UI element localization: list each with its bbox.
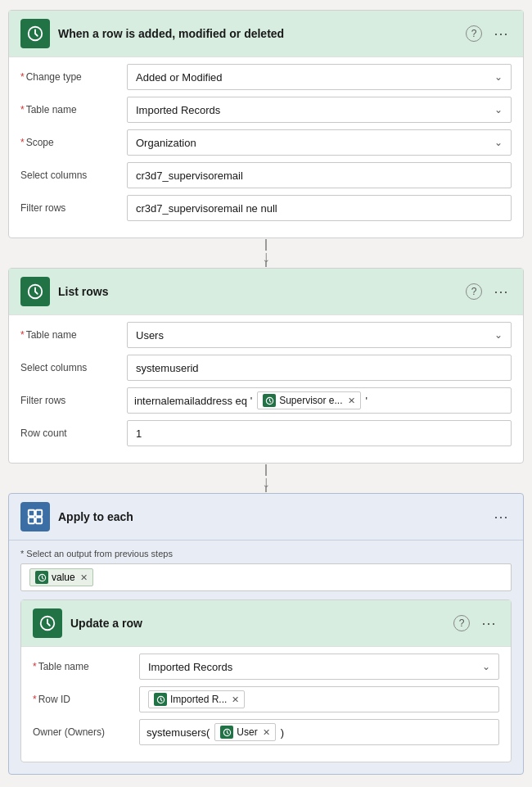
row-id-token-close[interactable]: ✕	[232, 694, 239, 705]
apply-to-each-icon	[20, 502, 50, 531]
filter-token-close[interactable]: ✕	[348, 396, 355, 406]
owner-token: User ✕	[214, 723, 275, 741]
apply-to-each-header: Apply to each ⋯	[9, 494, 523, 540]
apply-to-each-more-btn[interactable]: ⋯	[490, 508, 512, 526]
uar-row-id-input[interactable]: Imported R... ✕	[139, 686, 499, 712]
trigger-title: When a row is added, modified or deleted	[58, 27, 458, 40]
update-a-row-body: *Table name Imported Records ⌄ *Row ID	[21, 647, 511, 762]
filter-rows-row: Filter rows cr3d7_supervisoremail ne nul…	[20, 195, 512, 221]
select-columns-row: Select columns cr3d7_supervisoremail	[20, 162, 512, 188]
lr-filter-rows-input[interactable]: internalemailaddress eq ' Supervisor e..…	[127, 387, 512, 414]
list-rows-actions: ? ⋯	[466, 283, 512, 301]
row-id-token: Imported R... ✕	[148, 690, 245, 708]
filter-token: Supervisor e... ✕	[257, 391, 360, 409]
lr-table-name-arrow: ⌄	[494, 329, 503, 341]
uar-owner-input[interactable]: systemusers( User ✕	[139, 719, 499, 745]
owner-token-icon	[220, 726, 233, 739]
uar-owner-row: Owner (Owners) systemusers(	[33, 719, 499, 745]
list-rows-more-btn[interactable]: ⋯	[490, 283, 512, 301]
update-a-row-title: Update a row	[70, 617, 445, 630]
lr-row-count-row: Row count 1	[20, 420, 512, 446]
value-token: value ✕	[29, 568, 93, 586]
svg-rect-6	[36, 518, 42, 523]
list-rows-body: *Table name Users ⌄ Select columns syste…	[9, 315, 523, 463]
lr-filter-rows-label: Filter rows	[20, 395, 119, 406]
apply-to-each-title: Apply to each	[58, 510, 482, 523]
scope-input[interactable]: Organization ⌄	[127, 129, 512, 156]
value-token-icon	[35, 571, 48, 584]
table-name-row: *Table name Imported Records ⌄	[20, 97, 512, 123]
trigger-header: When a row is added, modified or deleted…	[9, 11, 523, 57]
list-rows-header: List rows ? ⋯	[9, 269, 523, 315]
apply-to-each-card: Apply to each ⋯ * Select an output from …	[8, 493, 524, 775]
lr-select-columns-input[interactable]: systemuserid	[127, 355, 512, 381]
table-name-arrow: ⌄	[494, 104, 503, 115]
uar-table-name-row: *Table name Imported Records ⌄	[33, 654, 499, 680]
update-a-row-actions: ? ⋯	[453, 614, 499, 632]
list-rows-card: List rows ? ⋯ *Table name Users ⌄ Select…	[8, 268, 524, 464]
lr-table-name-input[interactable]: Users ⌄	[127, 322, 512, 348]
uar-owner-label: Owner (Owners)	[33, 726, 131, 738]
trigger-icon	[20, 19, 50, 48]
change-type-arrow: ⌄	[494, 71, 503, 83]
owner-value: systemusers( User ✕	[147, 723, 284, 741]
uar-table-name-input[interactable]: Imported Records ⌄	[139, 654, 499, 680]
trigger-body: *Change type Added or Modified ⌄ *Table …	[9, 57, 523, 237]
uar-table-name-arrow: ⌄	[482, 661, 490, 672]
scope-row: *Scope Organization ⌄	[20, 129, 512, 156]
scope-arrow: ⌄	[494, 137, 503, 148]
svg-rect-4	[36, 510, 42, 516]
change-type-label: *Change type	[20, 71, 119, 83]
trigger-actions: ? ⋯	[466, 25, 512, 43]
trigger-card: When a row is added, modified or deleted…	[8, 10, 524, 238]
lr-select-columns-label: Select columns	[20, 362, 119, 373]
change-type-input[interactable]: Added or Modified ⌄	[127, 64, 512, 90]
filter-rows-input[interactable]: cr3d7_supervisoremail ne null	[127, 195, 512, 221]
update-a-row-icon	[33, 608, 62, 638]
list-rows-title: List rows	[58, 285, 458, 298]
owner-token-close[interactable]: ✕	[263, 727, 270, 738]
filter-token-icon	[263, 394, 276, 407]
table-name-label: *Table name	[20, 104, 119, 115]
connector-1: ↓	[8, 238, 524, 268]
lr-row-count-input[interactable]: 1	[127, 420, 512, 446]
trigger-more-btn[interactable]: ⋯	[490, 25, 512, 43]
update-a-row-header: Update a row ? ⋯	[21, 600, 511, 647]
lr-select-columns-row: Select columns systemuserid	[20, 355, 512, 381]
update-a-row-card: Update a row ? ⋯ *Table name Imported Re…	[20, 599, 512, 762]
table-name-input[interactable]: Imported Records ⌄	[127, 97, 512, 123]
trigger-help-icon[interactable]: ?	[466, 25, 482, 42]
uar-row-id-label: *Row ID	[33, 694, 131, 705]
list-rows-icon	[20, 277, 50, 306]
value-token-row[interactable]: value ✕	[20, 563, 512, 591]
filter-rows-label: Filter rows	[20, 202, 119, 214]
apply-to-each-actions: ⋯	[490, 508, 512, 526]
lr-filter-rows-row: Filter rows internalemailaddress eq ' Su…	[20, 387, 512, 414]
svg-rect-5	[29, 518, 34, 523]
uar-row-id-row: *Row ID Imported R... ✕	[33, 686, 499, 712]
lr-table-name-label: *Table name	[20, 329, 119, 341]
connector-2: ↓	[8, 464, 524, 493]
row-id-token-icon	[154, 693, 167, 706]
lr-row-count-label: Row count	[20, 427, 119, 439]
lr-table-name-row: *Table name Users ⌄	[20, 322, 512, 348]
select-output-label: * Select an output from previous steps	[20, 549, 512, 559]
uar-table-name-label: *Table name	[33, 661, 131, 672]
scope-label: *Scope	[20, 137, 119, 148]
change-type-row: *Change type Added or Modified ⌄	[20, 64, 512, 90]
select-columns-label: Select columns	[20, 170, 119, 181]
svg-rect-3	[29, 510, 34, 516]
value-token-close[interactable]: ✕	[80, 572, 88, 583]
select-columns-input[interactable]: cr3d7_supervisoremail	[127, 162, 512, 188]
update-a-row-more-btn[interactable]: ⋯	[478, 614, 499, 632]
list-rows-help-icon[interactable]: ?	[466, 283, 482, 300]
apply-to-each-body: * Select an output from previous steps v…	[9, 540, 523, 774]
update-a-row-help-icon[interactable]: ?	[453, 615, 470, 631]
